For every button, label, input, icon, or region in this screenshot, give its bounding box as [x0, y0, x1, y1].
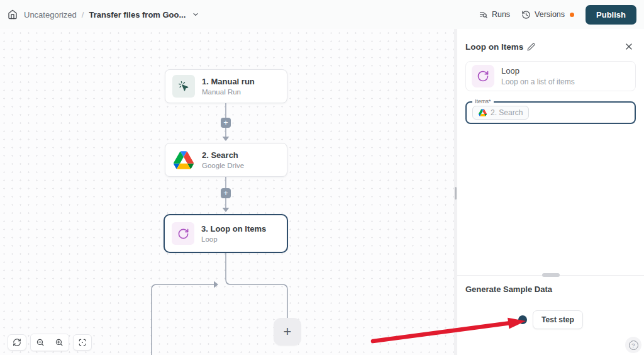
panel-title: Loop on Items: [465, 42, 523, 52]
test-step-row: Test step: [465, 310, 636, 329]
panel-spacer: [457, 124, 644, 275]
flow-canvas[interactable]: 1. Manual run Manual Run 2. Search Googl…: [0, 29, 454, 355]
google-drive-icon: [172, 149, 195, 171]
versions-button[interactable]: Versions: [521, 10, 574, 20]
cursor-click-icon: [172, 75, 195, 98]
step-settings-panel: Loop on Items Loop Loop on a list of ite…: [457, 29, 644, 355]
panel-resizer[interactable]: [454, 29, 457, 355]
add-step-button-1[interactable]: +: [221, 118, 231, 128]
piece-info-card: Loop Loop on a list of items: [465, 61, 636, 91]
piece-subtitle: Loop on a list of items: [501, 77, 575, 86]
node-title: 3. Loop on Items: [201, 224, 266, 234]
home-icon: [8, 9, 18, 20]
flow-title[interactable]: Transfer files from Goo...: [89, 10, 186, 20]
chip-label: 2. Search: [491, 108, 523, 117]
canvas-controls: [8, 334, 92, 351]
app-root: Uncategorized / Transfer files from Goo.…: [0, 0, 644, 355]
unsaved-changes-dot: [570, 13, 574, 17]
add-step-button-2[interactable]: +: [221, 188, 231, 198]
fit-to-view-button[interactable]: [73, 334, 92, 351]
items-field-label: Items*: [472, 98, 494, 104]
question-mark-icon: ?: [629, 341, 638, 350]
close-panel-button[interactable]: [623, 40, 635, 53]
versions-label: Versions: [535, 10, 565, 19]
add-loop-action-button[interactable]: +: [274, 318, 301, 346]
node-subtitle: Google Drive: [202, 162, 244, 169]
chevron-down-icon[interactable]: [192, 11, 199, 18]
node-manual-run[interactable]: 1. Manual run Manual Run: [165, 69, 287, 103]
edit-name-icon[interactable]: [527, 43, 535, 51]
close-icon: [624, 42, 634, 52]
node-google-drive-search[interactable]: 2. Search Google Drive: [165, 143, 287, 177]
node-title: 1. Manual run: [202, 77, 255, 86]
test-step-button[interactable]: Test step: [533, 310, 583, 329]
reset-view-icon: [13, 338, 21, 347]
zoom-button-group: [30, 334, 69, 351]
sample-data-title: Generate Sample Data: [465, 285, 636, 294]
step-reference-chip[interactable]: 2. Search: [472, 106, 529, 120]
items-input[interactable]: Items* 2. Search: [465, 101, 636, 124]
google-drive-icon: [479, 109, 487, 116]
publish-button[interactable]: Publish: [586, 5, 636, 25]
zoom-in-button[interactable]: [50, 334, 69, 351]
breadcrumb: Uncategorized / Transfer files from Goo.…: [24, 10, 199, 20]
breadcrumb-separator: /: [82, 10, 84, 20]
piece-title: Loop: [501, 66, 575, 76]
zoom-out-icon: [36, 338, 45, 347]
zoom-out-button[interactable]: [31, 334, 50, 351]
sample-data-section: Generate Sample Data Test step ?: [457, 275, 644, 355]
step-status-dot: [518, 315, 527, 324]
runs-button[interactable]: Runs: [479, 10, 510, 20]
loop-icon: [472, 65, 494, 87]
panel-resize-handle[interactable]: [455, 187, 457, 200]
fit-to-view-icon: [78, 338, 87, 347]
node-subtitle: Loop: [201, 235, 266, 243]
section-drag-handle[interactable]: [542, 273, 560, 277]
home-button[interactable]: [8, 9, 18, 20]
node-loop-on-items[interactable]: 3. Loop on Items Loop: [164, 214, 288, 253]
top-header: Uncategorized / Transfer files from Goo.…: [0, 0, 644, 29]
runs-icon: [479, 10, 488, 20]
runs-label: Runs: [492, 10, 510, 19]
loop-icon: [172, 222, 194, 245]
zoom-in-icon: [55, 338, 64, 347]
reset-view-button[interactable]: [8, 334, 26, 351]
node-title: 2. Search: [202, 150, 244, 160]
panel-header: Loop on Items: [457, 29, 644, 61]
versions-history-icon: [521, 10, 531, 20]
node-subtitle: Manual Run: [202, 88, 255, 96]
breadcrumb-folder[interactable]: Uncategorized: [24, 10, 77, 20]
help-button[interactable]: ?: [625, 337, 641, 353]
